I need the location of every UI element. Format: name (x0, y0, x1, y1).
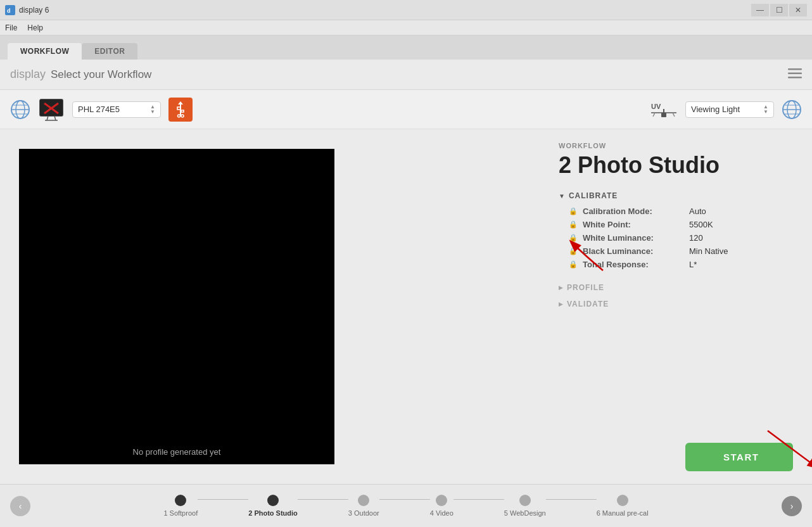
calibrate-title: CALIBRATE (569, 191, 618, 200)
svg-rect-3 (788, 72, 802, 74)
profile-section-header[interactable]: ▶ PROFILE (559, 283, 793, 292)
calibrate-key-mode: Calibration Mode: (583, 206, 684, 216)
connector-4-5 (454, 499, 504, 500)
calibrate-row-blacklum: 🔒 Black Luminance: Min Native (569, 246, 793, 256)
profile-arrow-icon: ▶ (559, 284, 563, 291)
calibrate-value-tonal: L* (689, 260, 697, 269)
svg-line-26 (653, 113, 655, 117)
svg-rect-20 (181, 110, 184, 112)
step-5-label: 5 WebDesign (504, 509, 546, 517)
calibrate-value-mode: Auto (689, 206, 706, 216)
calibrate-arrow-icon: ▼ (559, 193, 565, 200)
workflow-panel: WORKFLOW 2 Photo Studio ▼ CALIBRATE 🔒 Ca… (546, 129, 812, 484)
connector-1-2 (198, 499, 248, 500)
app-icon: d (5, 5, 15, 15)
step-5-dot (519, 495, 531, 506)
connector-2-3 (298, 499, 348, 500)
tab-editor[interactable]: EDITOR (82, 43, 137, 60)
calibrate-value-whitelum: 120 (689, 233, 703, 243)
step-3-dot (358, 495, 369, 506)
app-header: display Select your Workflow (0, 60, 812, 90)
lock-icon-whitelum: 🔒 (569, 234, 578, 242)
calibrate-key-tonal: Tonal Response: (583, 260, 684, 269)
uv-icon: UV (650, 100, 678, 119)
svg-rect-25 (661, 113, 666, 117)
menu-file[interactable]: File (5, 23, 17, 32)
validate-title: VALIDATE (567, 300, 609, 308)
globe-right-icon (782, 99, 802, 120)
connector-3-4 (379, 499, 430, 500)
step-5[interactable]: 5 WebDesign (504, 495, 546, 517)
close-button[interactable]: ✕ (789, 4, 807, 16)
tab-bar: WORKFLOW EDITOR (0, 35, 812, 60)
device-bar: PHL 274E5 ▲ ▼ UV (0, 90, 812, 129)
usb-icon-wrapper (168, 98, 193, 122)
workflow-section-label: WORKFLOW (559, 142, 793, 149)
title-bar: d display 6 — ☐ ✕ (0, 0, 812, 20)
device-selector[interactable]: PHL 274E5 ▲ ▼ (72, 101, 161, 118)
minimize-button[interactable]: — (751, 4, 769, 16)
calibrate-key-whitepoint: White Point: (583, 220, 684, 229)
validate-section-header[interactable]: ▶ VALIDATE (559, 300, 793, 308)
main-content: No profile generated yet WORKFLOW 2 Phot… (0, 129, 812, 484)
svg-text:d: d (7, 8, 11, 14)
preview-panel: No profile generated yet (0, 129, 546, 484)
step-4[interactable]: 4 Video (430, 495, 454, 517)
step-1-label: 1 Softproof (163, 509, 198, 517)
tab-workflow[interactable]: WORKFLOW (8, 43, 82, 60)
monitor-icon (38, 98, 65, 121)
menu-help[interactable]: Help (27, 23, 43, 32)
start-button[interactable]: START (685, 443, 793, 471)
step-2[interactable]: 2 Photo Studio (248, 495, 298, 517)
calibrate-row-mode: 🔒 Calibration Mode: Auto (569, 206, 793, 216)
calibrate-row-whitelum: 🔒 White Luminance: 120 (569, 233, 793, 243)
connector-5-6 (546, 499, 597, 500)
usb-icon (174, 101, 187, 118)
step-3-label: 3 Outdoor (348, 509, 379, 517)
calibrate-value-whitepoint: 5500K (689, 220, 713, 229)
viewing-light-spinner-icon: ▲ ▼ (763, 105, 768, 115)
svg-rect-2 (788, 68, 802, 70)
window-controls: — ☐ ✕ (751, 4, 807, 16)
calibrate-row-whitepoint: 🔒 White Point: 5500K (569, 220, 793, 229)
step-6-dot (617, 495, 628, 506)
viewing-light-label: Viewing Light (691, 105, 759, 114)
step-6-label: 6 Manual pre-cal (597, 509, 649, 517)
device-bar-right: UV Viewing Light ▲ ▼ (650, 99, 802, 120)
viewing-light-selector[interactable]: Viewing Light ▲ ▼ (685, 101, 774, 118)
start-button-container: START (559, 430, 793, 471)
hamburger-menu[interactable] (788, 68, 802, 81)
svg-point-22 (181, 115, 184, 117)
lock-icon-tonal: 🔒 (569, 260, 578, 269)
hamburger-icon (788, 68, 802, 79)
step-2-dot (267, 495, 279, 506)
maximize-button[interactable]: ☐ (770, 4, 788, 16)
calibrate-rows: 🔒 Calibration Mode: Auto 🔒 White Point: … (569, 206, 793, 273)
monitor-icon-wrapper (38, 96, 65, 123)
nav-next-button[interactable]: › (782, 496, 802, 516)
header-subtitle: Select your Workflow (51, 68, 151, 81)
device-name: PHL 274E5 (78, 105, 146, 114)
menu-bar: File Help (0, 20, 812, 35)
svg-line-13 (54, 116, 56, 120)
app-name: display (10, 68, 46, 81)
validate-arrow-icon: ▶ (559, 301, 563, 307)
step-1[interactable]: 1 Softproof (163, 495, 198, 517)
nav-prev-button[interactable]: ‹ (10, 496, 30, 516)
calibrate-row-tonal: 🔒 Tonal Response: L* (569, 260, 793, 269)
preview-image: No profile generated yet (19, 149, 334, 464)
step-3[interactable]: 3 Outdoor (348, 495, 379, 517)
step-1-dot (175, 495, 186, 506)
window-title: display 6 (19, 6, 49, 15)
step-6[interactable]: 6 Manual pre-cal (597, 495, 649, 517)
svg-text:UV: UV (651, 103, 661, 110)
svg-rect-19 (177, 107, 181, 110)
calibrate-section-header[interactable]: ▼ CALIBRATE (559, 191, 793, 200)
svg-line-27 (673, 113, 675, 117)
device-spinner-icon: ▲ ▼ (150, 105, 155, 115)
svg-rect-4 (788, 77, 802, 79)
uv-icon-wrapper: UV (650, 100, 678, 119)
profile-title: PROFILE (567, 283, 604, 292)
calibrate-key-whitelum: White Luminance: (583, 233, 684, 243)
globe-left-icon (10, 99, 30, 120)
